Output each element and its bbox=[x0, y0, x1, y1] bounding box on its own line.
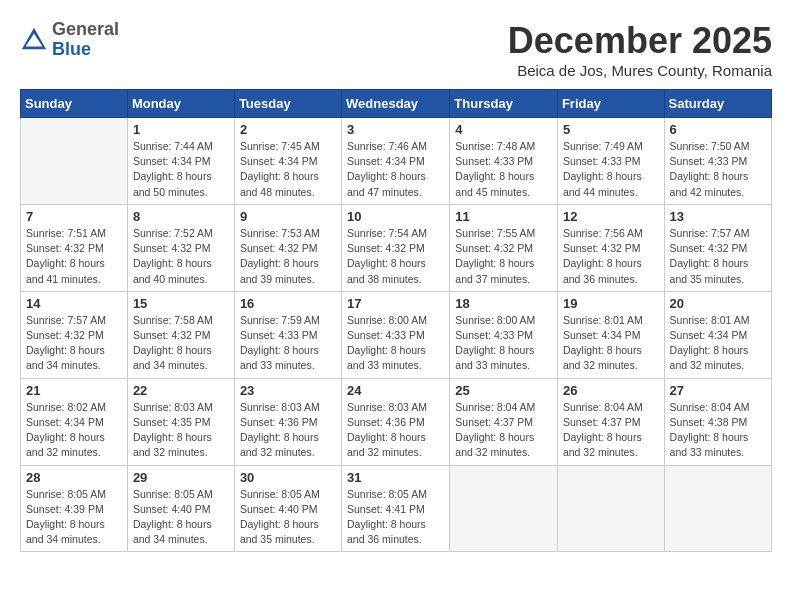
day-number: 29 bbox=[133, 470, 229, 485]
calendar-cell bbox=[450, 465, 558, 552]
week-row-4: 21Sunrise: 8:02 AMSunset: 4:34 PMDayligh… bbox=[21, 378, 772, 465]
day-info: Sunrise: 7:58 AMSunset: 4:32 PMDaylight:… bbox=[133, 313, 229, 374]
day-number: 30 bbox=[240, 470, 336, 485]
calendar-body: 1Sunrise: 7:44 AMSunset: 4:34 PMDaylight… bbox=[21, 118, 772, 552]
calendar-cell: 31Sunrise: 8:05 AMSunset: 4:41 PMDayligh… bbox=[342, 465, 450, 552]
week-row-5: 28Sunrise: 8:05 AMSunset: 4:39 PMDayligh… bbox=[21, 465, 772, 552]
day-info: Sunrise: 8:04 AMSunset: 4:38 PMDaylight:… bbox=[670, 400, 766, 461]
day-info: Sunrise: 7:48 AMSunset: 4:33 PMDaylight:… bbox=[455, 139, 552, 200]
day-info: Sunrise: 7:57 AMSunset: 4:32 PMDaylight:… bbox=[26, 313, 122, 374]
calendar-cell: 11Sunrise: 7:55 AMSunset: 4:32 PMDayligh… bbox=[450, 204, 558, 291]
day-number: 8 bbox=[133, 209, 229, 224]
calendar-header: SundayMondayTuesdayWednesdayThursdayFrid… bbox=[21, 90, 772, 118]
calendar-cell bbox=[664, 465, 771, 552]
day-number: 26 bbox=[563, 383, 659, 398]
day-number: 1 bbox=[133, 122, 229, 137]
calendar-cell: 20Sunrise: 8:01 AMSunset: 4:34 PMDayligh… bbox=[664, 291, 771, 378]
calendar-cell: 5Sunrise: 7:49 AMSunset: 4:33 PMDaylight… bbox=[557, 118, 664, 205]
day-number: 5 bbox=[563, 122, 659, 137]
day-number: 3 bbox=[347, 122, 444, 137]
day-number: 17 bbox=[347, 296, 444, 311]
day-number: 27 bbox=[670, 383, 766, 398]
logo: General Blue bbox=[20, 20, 119, 60]
day-info: Sunrise: 7:51 AMSunset: 4:32 PMDaylight:… bbox=[26, 226, 122, 287]
logo-blue: Blue bbox=[52, 40, 119, 60]
day-info: Sunrise: 8:01 AMSunset: 4:34 PMDaylight:… bbox=[563, 313, 659, 374]
day-number: 11 bbox=[455, 209, 552, 224]
day-number: 13 bbox=[670, 209, 766, 224]
header-day-monday: Monday bbox=[127, 90, 234, 118]
calendar-cell: 26Sunrise: 8:04 AMSunset: 4:37 PMDayligh… bbox=[557, 378, 664, 465]
calendar-cell bbox=[557, 465, 664, 552]
week-row-2: 7Sunrise: 7:51 AMSunset: 4:32 PMDaylight… bbox=[21, 204, 772, 291]
day-number: 31 bbox=[347, 470, 444, 485]
calendar-cell: 7Sunrise: 7:51 AMSunset: 4:32 PMDaylight… bbox=[21, 204, 128, 291]
calendar-cell: 12Sunrise: 7:56 AMSunset: 4:32 PMDayligh… bbox=[557, 204, 664, 291]
day-info: Sunrise: 7:54 AMSunset: 4:32 PMDaylight:… bbox=[347, 226, 444, 287]
header-day-sunday: Sunday bbox=[21, 90, 128, 118]
header-day-thursday: Thursday bbox=[450, 90, 558, 118]
day-number: 22 bbox=[133, 383, 229, 398]
day-info: Sunrise: 8:04 AMSunset: 4:37 PMDaylight:… bbox=[455, 400, 552, 461]
day-number: 23 bbox=[240, 383, 336, 398]
month-title: December 2025 bbox=[508, 20, 772, 62]
calendar-cell: 17Sunrise: 8:00 AMSunset: 4:33 PMDayligh… bbox=[342, 291, 450, 378]
logo-icon bbox=[20, 26, 48, 54]
day-number: 2 bbox=[240, 122, 336, 137]
day-info: Sunrise: 8:03 AMSunset: 4:35 PMDaylight:… bbox=[133, 400, 229, 461]
day-info: Sunrise: 7:53 AMSunset: 4:32 PMDaylight:… bbox=[240, 226, 336, 287]
calendar-table: SundayMondayTuesdayWednesdayThursdayFrid… bbox=[20, 89, 772, 552]
day-number: 16 bbox=[240, 296, 336, 311]
calendar-cell: 22Sunrise: 8:03 AMSunset: 4:35 PMDayligh… bbox=[127, 378, 234, 465]
logo-general: General bbox=[52, 20, 119, 40]
calendar-cell: 21Sunrise: 8:02 AMSunset: 4:34 PMDayligh… bbox=[21, 378, 128, 465]
day-info: Sunrise: 7:44 AMSunset: 4:34 PMDaylight:… bbox=[133, 139, 229, 200]
day-info: Sunrise: 7:57 AMSunset: 4:32 PMDaylight:… bbox=[670, 226, 766, 287]
day-number: 28 bbox=[26, 470, 122, 485]
calendar-cell: 30Sunrise: 8:05 AMSunset: 4:40 PMDayligh… bbox=[234, 465, 341, 552]
day-number: 25 bbox=[455, 383, 552, 398]
day-info: Sunrise: 8:04 AMSunset: 4:37 PMDaylight:… bbox=[563, 400, 659, 461]
calendar-cell: 18Sunrise: 8:00 AMSunset: 4:33 PMDayligh… bbox=[450, 291, 558, 378]
day-info: Sunrise: 8:03 AMSunset: 4:36 PMDaylight:… bbox=[347, 400, 444, 461]
day-info: Sunrise: 8:02 AMSunset: 4:34 PMDaylight:… bbox=[26, 400, 122, 461]
day-number: 9 bbox=[240, 209, 336, 224]
day-info: Sunrise: 8:00 AMSunset: 4:33 PMDaylight:… bbox=[347, 313, 444, 374]
calendar-cell: 13Sunrise: 7:57 AMSunset: 4:32 PMDayligh… bbox=[664, 204, 771, 291]
header-day-wednesday: Wednesday bbox=[342, 90, 450, 118]
calendar-cell: 9Sunrise: 7:53 AMSunset: 4:32 PMDaylight… bbox=[234, 204, 341, 291]
day-number: 20 bbox=[670, 296, 766, 311]
day-number: 24 bbox=[347, 383, 444, 398]
day-info: Sunrise: 8:00 AMSunset: 4:33 PMDaylight:… bbox=[455, 313, 552, 374]
day-number: 19 bbox=[563, 296, 659, 311]
calendar-cell: 1Sunrise: 7:44 AMSunset: 4:34 PMDaylight… bbox=[127, 118, 234, 205]
calendar-cell: 8Sunrise: 7:52 AMSunset: 4:32 PMDaylight… bbox=[127, 204, 234, 291]
calendar-cell: 15Sunrise: 7:58 AMSunset: 4:32 PMDayligh… bbox=[127, 291, 234, 378]
calendar-cell: 28Sunrise: 8:05 AMSunset: 4:39 PMDayligh… bbox=[21, 465, 128, 552]
calendar-cell: 23Sunrise: 8:03 AMSunset: 4:36 PMDayligh… bbox=[234, 378, 341, 465]
day-info: Sunrise: 8:03 AMSunset: 4:36 PMDaylight:… bbox=[240, 400, 336, 461]
day-info: Sunrise: 7:46 AMSunset: 4:34 PMDaylight:… bbox=[347, 139, 444, 200]
day-number: 14 bbox=[26, 296, 122, 311]
day-info: Sunrise: 8:05 AMSunset: 4:40 PMDaylight:… bbox=[240, 487, 336, 548]
week-row-3: 14Sunrise: 7:57 AMSunset: 4:32 PMDayligh… bbox=[21, 291, 772, 378]
calendar-cell: 19Sunrise: 8:01 AMSunset: 4:34 PMDayligh… bbox=[557, 291, 664, 378]
header-row: SundayMondayTuesdayWednesdayThursdayFrid… bbox=[21, 90, 772, 118]
day-number: 7 bbox=[26, 209, 122, 224]
calendar-cell: 3Sunrise: 7:46 AMSunset: 4:34 PMDaylight… bbox=[342, 118, 450, 205]
day-number: 12 bbox=[563, 209, 659, 224]
day-info: Sunrise: 8:01 AMSunset: 4:34 PMDaylight:… bbox=[670, 313, 766, 374]
page-header: General Blue December 2025 Beica de Jos,… bbox=[20, 20, 772, 79]
day-info: Sunrise: 7:52 AMSunset: 4:32 PMDaylight:… bbox=[133, 226, 229, 287]
calendar-cell: 16Sunrise: 7:59 AMSunset: 4:33 PMDayligh… bbox=[234, 291, 341, 378]
calendar-cell: 29Sunrise: 8:05 AMSunset: 4:40 PMDayligh… bbox=[127, 465, 234, 552]
day-number: 4 bbox=[455, 122, 552, 137]
logo-text: General Blue bbox=[52, 20, 119, 60]
week-row-1: 1Sunrise: 7:44 AMSunset: 4:34 PMDaylight… bbox=[21, 118, 772, 205]
header-day-tuesday: Tuesday bbox=[234, 90, 341, 118]
day-info: Sunrise: 7:50 AMSunset: 4:33 PMDaylight:… bbox=[670, 139, 766, 200]
calendar-cell: 4Sunrise: 7:48 AMSunset: 4:33 PMDaylight… bbox=[450, 118, 558, 205]
calendar-cell: 24Sunrise: 8:03 AMSunset: 4:36 PMDayligh… bbox=[342, 378, 450, 465]
day-info: Sunrise: 7:56 AMSunset: 4:32 PMDaylight:… bbox=[563, 226, 659, 287]
day-number: 10 bbox=[347, 209, 444, 224]
